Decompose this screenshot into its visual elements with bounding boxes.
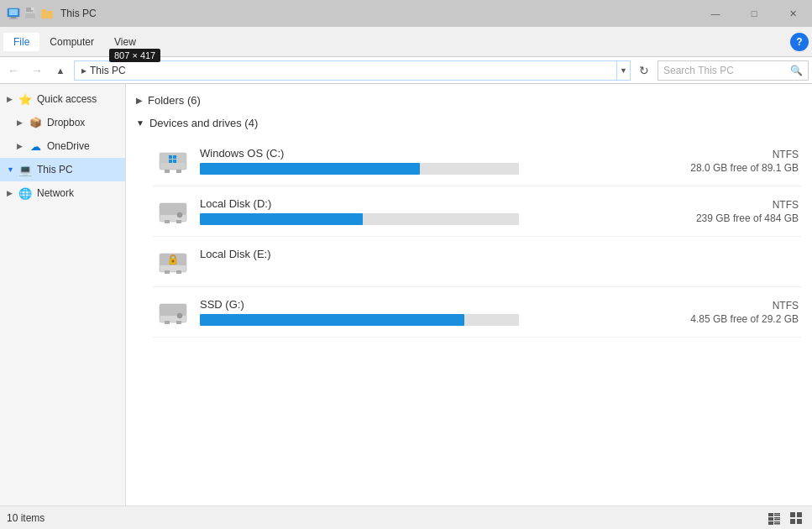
tiles-view-icon (789, 511, 803, 525)
refresh-button[interactable]: ↻ (634, 60, 654, 81)
up-button[interactable]: ▲ (50, 60, 71, 81)
sidebar-label: This PC (37, 164, 73, 175)
drive-name-e: Local Disk (E:) (200, 248, 788, 260)
svg-rect-33 (774, 513, 780, 515)
drive-space-d: 239 GB free of 484 GB (696, 212, 799, 224)
breadcrumb-this-pc: This PC (90, 65, 126, 76)
sidebar-item-quick-access[interactable]: ▶ ⭐ Quick access (0, 87, 125, 111)
drive-bar-c (200, 163, 519, 175)
status-bar-right (765, 509, 805, 527)
drive-name-g: SSD (G:) (200, 298, 680, 311)
onedrive-icon: ☁ (29, 139, 42, 153)
drive-item-e[interactable]: Local Disk (E:) (153, 237, 802, 287)
drive-bar-g (200, 314, 519, 326)
sidebar-item-network[interactable]: ▶ 🌐 Network (0, 181, 125, 205)
drive-item-g[interactable]: SSD (G:) NTFS 4.85 GB free of 29.2 GB (153, 287, 802, 338)
svg-rect-11 (173, 155, 176, 159)
svg-rect-15 (176, 170, 181, 173)
drives-section-title: Devices and drives (4) (149, 117, 258, 129)
drive-icon-g (156, 296, 190, 329)
search-placeholder: Search This PC (663, 65, 790, 76)
search-box[interactable]: Search This PC 🔍 (657, 60, 809, 81)
svg-rect-34 (774, 515, 780, 516)
close-button[interactable]: ✕ (773, 0, 812, 27)
svg-rect-25 (165, 270, 170, 274)
svg-rect-32 (768, 513, 773, 516)
maximize-button[interactable]: □ (735, 0, 773, 27)
drive-space-c: 28.0 GB free of 89.1 GB (690, 162, 799, 174)
dropbox-icon: 📦 (29, 116, 42, 129)
drive-no-bar-e (200, 264, 788, 275)
drives-section-header[interactable]: ▼ Devices and drives (4) (136, 113, 802, 133)
address-dropdown-button[interactable]: ▼ (617, 60, 631, 81)
svg-rect-28 (160, 304, 186, 316)
sidebar: ▶ ⭐ Quick access ▶ 📦 Dropbox ▶ ☁ OneDriv… (0, 84, 126, 505)
title-bar-controls: — □ ✕ (696, 0, 812, 27)
disk-drive-icon-g (158, 297, 188, 327)
forward-button[interactable]: → (27, 60, 47, 81)
details-view-icon (767, 511, 781, 525)
disk-drive-icon-d (158, 196, 188, 227)
drive-bar-fill-g (200, 314, 464, 326)
drive-info-g: SSD (G:) (200, 298, 680, 326)
network-icon: 🌐 (18, 186, 32, 200)
minimize-button[interactable]: — (696, 0, 735, 27)
sidebar-item-onedrive[interactable]: ▶ ☁ OneDrive (0, 134, 125, 158)
drive-item-d[interactable]: Local Disk (D:) NTFS 239 GB free of 484 … (153, 186, 802, 237)
title-bar: This PC 807 × 417 — □ ✕ (0, 0, 812, 27)
help-button[interactable]: ? (790, 33, 809, 51)
drive-name-d: Local Disk (D:) (200, 197, 686, 210)
drive-stats-g: NTFS 4.85 GB free of 29.2 GB (680, 300, 799, 325)
drives-chevron-icon: ▼ (136, 118, 144, 128)
tab-file[interactable]: File (3, 33, 39, 51)
svg-rect-30 (165, 321, 170, 324)
svg-rect-39 (774, 521, 780, 523)
chevron-icon: ▼ (7, 165, 15, 174)
svg-rect-38 (768, 521, 773, 525)
folders-section-header[interactable]: ▶ Folders (6) (136, 91, 802, 110)
svg-rect-1 (9, 9, 18, 15)
folder-icon (40, 7, 54, 20)
svg-rect-26 (176, 270, 181, 274)
folders-section-title: Folders (6) (148, 94, 201, 107)
tiles-view-button[interactable] (787, 509, 805, 527)
sidebar-label: Dropbox (47, 117, 85, 128)
svg-rect-36 (774, 517, 780, 519)
details-view-button[interactable] (765, 509, 783, 527)
svg-rect-44 (797, 519, 802, 524)
drive-item-c[interactable]: Windows OS (C:) NTFS 28.0 GB free of 89.… (153, 136, 802, 186)
sidebar-label: Network (37, 187, 74, 199)
windows-drive-icon (158, 146, 188, 176)
chevron-icon: ▶ (17, 118, 25, 127)
drive-icon-e (156, 245, 190, 279)
svg-point-18 (177, 212, 182, 217)
svg-rect-41 (790, 512, 795, 517)
sidebar-item-this-pc[interactable]: ▼ 💻 This PC (0, 158, 125, 181)
drive-fs-c: NTFS (690, 149, 799, 160)
svg-rect-3 (9, 18, 18, 19)
back-button[interactable]: ← (3, 60, 24, 81)
items-count: 10 items (7, 512, 45, 524)
this-pc-icon: 💻 (18, 163, 32, 176)
svg-rect-12 (169, 160, 172, 163)
drive-info-e: Local Disk (E:) (200, 248, 788, 275)
chevron-icon: ▶ (7, 189, 15, 197)
sidebar-label: Quick access (37, 93, 97, 105)
chevron-icon: ▶ (17, 142, 25, 150)
drives-container: Windows OS (C:) NTFS 28.0 GB free of 89.… (136, 136, 802, 338)
app-icon (7, 7, 20, 20)
svg-rect-43 (790, 519, 795, 524)
drive-fs-g: NTFS (690, 300, 799, 312)
tab-computer[interactable]: Computer (39, 33, 104, 51)
svg-rect-19 (165, 220, 170, 223)
svg-rect-31 (176, 321, 181, 324)
drive-bar-d (200, 213, 519, 225)
sidebar-item-dropbox[interactable]: ▶ 📦 Dropbox (0, 111, 125, 134)
folders-chevron-icon: ▶ (136, 96, 143, 105)
svg-rect-7 (25, 13, 35, 18)
drive-icon-d (156, 195, 190, 228)
svg-rect-35 (768, 517, 773, 521)
svg-rect-2 (11, 17, 16, 18)
drive-icon-c (156, 144, 190, 178)
address-path[interactable]: ▸ This PC (74, 60, 617, 81)
